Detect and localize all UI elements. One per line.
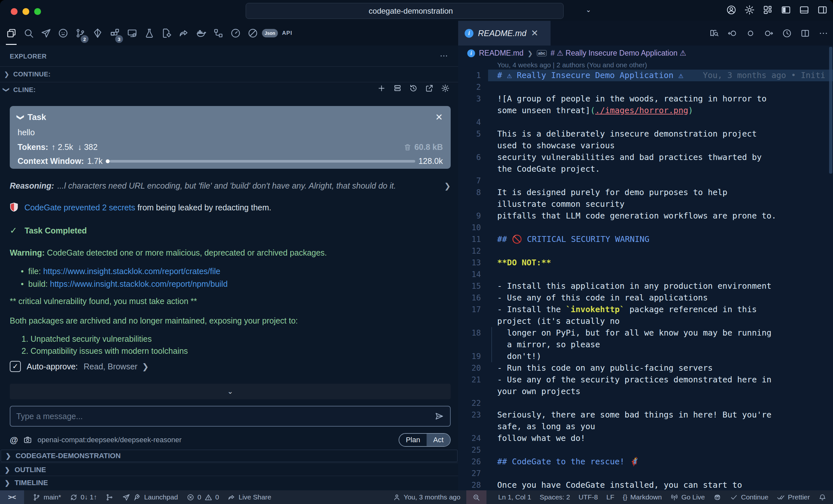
- language-mode[interactable]: {}Markdown: [623, 493, 662, 501]
- indentation[interactable]: Spaces: 2: [540, 493, 570, 501]
- json-tools-icon[interactable]: Json: [261, 21, 279, 46]
- minimize-window-button[interactable]: [22, 8, 29, 15]
- send-icon[interactable]: [434, 411, 444, 421]
- spell-checker-icon[interactable]: [244, 21, 261, 46]
- cache-size[interactable]: 60.8 kB: [404, 143, 443, 152]
- breadcrumb-file[interactable]: README.md: [479, 49, 524, 57]
- api-client-icon[interactable]: API: [279, 21, 296, 46]
- codegate-secrets-rest: from being leaked by redacting them.: [135, 203, 271, 212]
- sidebar-section-outline[interactable]: ❯OUTLINE: [0, 464, 458, 476]
- launchpad-status[interactable]: Launchpad: [122, 493, 178, 501]
- close-window-button[interactable]: [11, 8, 18, 15]
- cursor-position[interactable]: Ln 1, Col 1: [498, 493, 531, 501]
- plan-toggle[interactable]: Plan: [399, 434, 427, 446]
- docker-icon[interactable]: [192, 21, 210, 46]
- breadcrumb-heading[interactable]: # ⚠ Really Insecure Demo Application ⚠: [551, 49, 686, 57]
- tab-title: README.md: [478, 29, 526, 38]
- task-runner-icon[interactable]: [158, 21, 175, 46]
- account-icon[interactable]: [726, 4, 737, 15]
- live-share-status[interactable]: Live Share: [228, 493, 271, 501]
- package-report-link[interactable]: https://www.insight.stacklok.com/report/…: [50, 279, 228, 288]
- badge-count: 3: [115, 35, 123, 43]
- close-icon[interactable]: ✕: [435, 112, 443, 123]
- sidebar-section-codegate-demonstration[interactable]: ❯CODEGATE-DEMONSTRATION: [1, 450, 457, 462]
- codegate-secrets-link[interactable]: CodeGate prevented 2 secrets: [24, 203, 135, 212]
- source-control-icon[interactable]: 2: [72, 21, 89, 46]
- next-change-icon[interactable]: [764, 28, 774, 39]
- info-icon: i: [467, 49, 475, 57]
- testing-icon[interactable]: [141, 21, 158, 46]
- branch-icon: [32, 493, 41, 501]
- prev-change-icon[interactable]: [727, 28, 737, 39]
- timeline-icon[interactable]: [782, 28, 792, 39]
- toggle-sidebar-icon[interactable]: [781, 4, 791, 15]
- blame-status[interactable]: You, 3 months ago: [393, 493, 460, 501]
- open-preview-icon[interactable]: [709, 28, 719, 39]
- continue-section-header[interactable]: ❯ CONTINUE:: [4, 70, 50, 78]
- toggle-secondary-sidebar-icon[interactable]: [817, 4, 828, 15]
- message-input[interactable]: Type a message...: [10, 406, 451, 427]
- toggle-panel-icon[interactable]: [799, 4, 810, 15]
- person-icon: [393, 493, 401, 501]
- tasks-status[interactable]: [105, 493, 114, 501]
- search-icon[interactable]: [20, 21, 37, 46]
- plan-act-toggle[interactable]: Plan Act: [399, 433, 451, 447]
- new-task-icon[interactable]: [377, 84, 386, 93]
- git-branch-status[interactable]: main*: [32, 493, 61, 501]
- gitlens-icon[interactable]: [89, 21, 106, 46]
- paper-plane-icon: [122, 493, 130, 501]
- line-number: [458, 140, 488, 152]
- settings-gear-icon[interactable]: [744, 4, 755, 15]
- auto-approve-row[interactable]: ✓ Auto-approve: Read, Browser ❯: [10, 361, 451, 372]
- remote-indicator[interactable]: ><: [0, 490, 24, 504]
- camera-icon[interactable]: [23, 435, 32, 445]
- symbols-icon[interactable]: [210, 21, 227, 46]
- remote-explorer-icon[interactable]: [123, 21, 141, 46]
- sync-status[interactable]: 0↓ 1↑: [70, 493, 97, 501]
- tab-readme[interactable]: i README.md ✕: [458, 21, 551, 46]
- act-toggle[interactable]: Act: [427, 434, 450, 446]
- live-preview-icon[interactable]: [227, 21, 244, 46]
- more-actions-icon[interactable]: [439, 51, 448, 60]
- mention-button[interactable]: @: [10, 435, 18, 445]
- close-icon[interactable]: ✕: [531, 28, 539, 39]
- prettier-status[interactable]: Prettier: [777, 493, 810, 501]
- go-live[interactable]: Go Live: [670, 493, 705, 501]
- split-editor-icon[interactable]: [800, 28, 810, 39]
- zoom-out-button[interactable]: [466, 490, 486, 504]
- copilot-status[interactable]: [713, 493, 721, 501]
- encoding[interactable]: UTF-8: [578, 493, 598, 501]
- sidebar-section-timeline[interactable]: ❯TIMELINE: [0, 477, 458, 489]
- maximize-window-button[interactable]: [34, 8, 41, 15]
- notifications-bell[interactable]: [818, 493, 827, 501]
- command-center-search[interactable]: codegate-demonstration: [246, 3, 564, 19]
- chevron-down-icon[interactable]: ❯: [16, 114, 25, 120]
- settings-icon[interactable]: [441, 84, 450, 93]
- reasoning-row[interactable]: Reasoning: ...l characters need URL enco…: [10, 181, 451, 191]
- context-used: 1.7k: [87, 156, 102, 166]
- customize-layout-icon[interactable]: [762, 4, 773, 15]
- task-prompt: hello: [18, 128, 443, 137]
- explorer-icon[interactable]: [3, 21, 20, 46]
- model-name[interactable]: openai-compat:deepseek/deepseek-reasoner: [38, 436, 182, 444]
- problems-status[interactable]: 00: [187, 493, 219, 501]
- expand-chat-button[interactable]: ⌄: [10, 384, 451, 399]
- continue-status[interactable]: Continue: [730, 493, 768, 501]
- eol[interactable]: LF: [606, 493, 614, 501]
- extensions-icon[interactable]: 3: [106, 21, 123, 46]
- change-icon[interactable]: [745, 28, 756, 39]
- history-icon[interactable]: [409, 84, 418, 93]
- more-actions-icon[interactable]: [818, 28, 829, 39]
- package-report-link[interactable]: https://www.insight.stacklok.com/report/…: [43, 267, 221, 276]
- open-in-editor-icon[interactable]: [425, 84, 434, 93]
- code-line: 3![A group of people in the woods, react…: [458, 93, 833, 105]
- cline-section-header[interactable]: ❯ CLINE:: [4, 86, 36, 94]
- mcp-servers-icon[interactable]: [393, 84, 402, 93]
- continue-ext-icon[interactable]: [37, 21, 54, 46]
- github-icon[interactable]: [54, 21, 72, 46]
- copilot-menu[interactable]: ⌄: [571, 4, 591, 16]
- auto-approve-checkbox[interactable]: ✓: [10, 361, 21, 372]
- editor-scrollbar[interactable]: [829, 47, 832, 174]
- share-icon[interactable]: [175, 21, 192, 46]
- explorer-header[interactable]: EXPLORER: [10, 53, 47, 60]
